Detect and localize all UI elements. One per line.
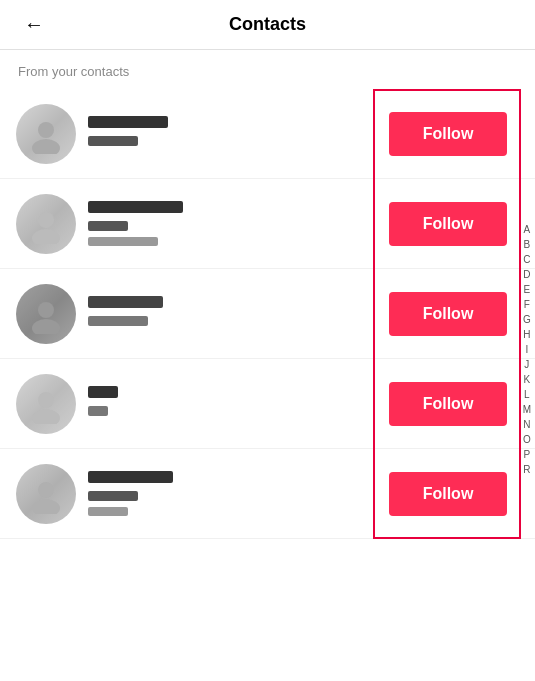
avatar (16, 464, 76, 524)
section-label: From your contacts (0, 50, 535, 89)
list-item: Follow (0, 89, 535, 179)
page-title: Contacts (229, 14, 306, 35)
avatar (16, 374, 76, 434)
follow-btn-wrap: Follow (383, 382, 513, 426)
name-bar-primary (88, 116, 168, 128)
name-bar-primary (88, 471, 173, 483)
name-bar-secondary (88, 406, 108, 416)
alpha-letter-k[interactable]: K (523, 373, 531, 386)
alpha-letter-m[interactable]: M (523, 403, 531, 416)
follow-btn-wrap: Follow (383, 202, 513, 246)
header: ← Contacts (0, 0, 535, 50)
svg-point-5 (32, 319, 60, 334)
alpha-letter-a[interactable]: A (523, 223, 531, 236)
back-button[interactable]: ← (16, 9, 52, 40)
list-item: Follow (0, 359, 535, 449)
svg-point-3 (32, 229, 60, 244)
svg-point-6 (38, 392, 54, 408)
follow-btn-wrap: Follow (383, 112, 513, 156)
avatar (16, 194, 76, 254)
alpha-letter-c[interactable]: C (523, 253, 531, 266)
alpha-letter-d[interactable]: D (523, 268, 531, 281)
alpha-letter-l[interactable]: L (523, 388, 531, 401)
alphabet-sidebar[interactable]: ABCDEFGHIJKLMNOPR (519, 219, 535, 480)
contacts-wrapper: Follow Follow (0, 89, 535, 539)
svg-point-0 (38, 122, 54, 138)
list-item: Follow (0, 449, 535, 539)
name-bar-secondary (88, 491, 138, 501)
svg-point-8 (38, 482, 54, 498)
follow-btn-wrap: Follow (383, 472, 513, 516)
alpha-letter-g[interactable]: G (523, 313, 531, 326)
name-bar-primary (88, 201, 183, 213)
follow-button[interactable]: Follow (389, 112, 507, 156)
alpha-letter-p[interactable]: P (523, 448, 531, 461)
follow-button[interactable]: Follow (389, 292, 507, 336)
svg-point-4 (38, 302, 54, 318)
alpha-letter-i[interactable]: I (523, 343, 531, 356)
svg-point-1 (32, 139, 60, 154)
svg-point-9 (32, 499, 60, 514)
name-bar-primary (88, 296, 163, 308)
svg-point-2 (38, 212, 54, 228)
svg-point-7 (32, 409, 60, 424)
alpha-letter-h[interactable]: H (523, 328, 531, 341)
list-item: Follow (0, 179, 535, 269)
alpha-letter-e[interactable]: E (523, 283, 531, 296)
follow-button[interactable]: Follow (389, 382, 507, 426)
alpha-letter-b[interactable]: B (523, 238, 531, 251)
alpha-letter-r[interactable]: R (523, 463, 531, 476)
alpha-letter-n[interactable]: N (523, 418, 531, 431)
avatar (16, 284, 76, 344)
alpha-letter-o[interactable]: O (523, 433, 531, 446)
name-bar-secondary (88, 316, 148, 326)
follow-button[interactable]: Follow (389, 202, 507, 246)
name-bar-primary (88, 386, 118, 398)
follow-button[interactable]: Follow (389, 472, 507, 516)
name-bar-third (88, 237, 158, 246)
name-bar-secondary (88, 221, 128, 231)
alpha-letter-f[interactable]: F (523, 298, 531, 311)
list-item: Follow (0, 269, 535, 359)
name-bar-secondary (88, 136, 138, 146)
avatar (16, 104, 76, 164)
alpha-letter-j[interactable]: J (523, 358, 531, 371)
name-bar-third (88, 507, 128, 516)
follow-btn-wrap: Follow (383, 292, 513, 336)
